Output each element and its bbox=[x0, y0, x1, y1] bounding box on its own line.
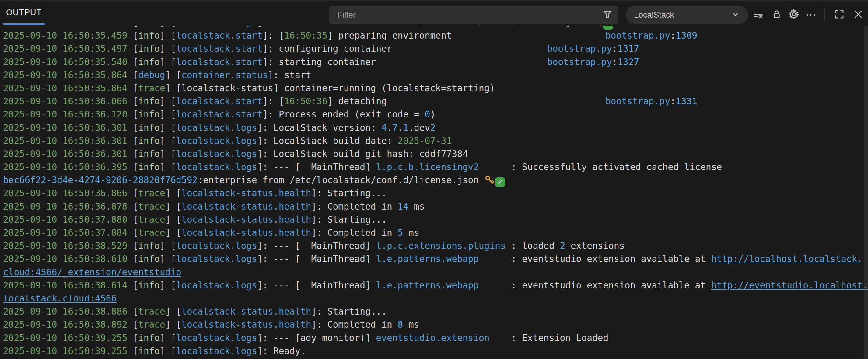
log-text: [ bbox=[127, 188, 138, 198]
log-text: ] [ bbox=[160, 57, 176, 67]
close-panel-button[interactable] bbox=[851, 8, 865, 22]
tab-output-label: OUTPUT bbox=[6, 8, 42, 17]
url-link[interactable]: http://localhost.localstack. bbox=[711, 254, 863, 264]
log-text: debug bbox=[138, 70, 165, 80]
log-text: ] [ bbox=[160, 30, 176, 41]
log-text: ]: starting container bbox=[262, 57, 376, 67]
url-link[interactable]: localstack.cloud:4566 bbox=[3, 293, 117, 304]
log-text: ] [ bbox=[165, 306, 181, 317]
log-text: [ bbox=[127, 83, 138, 93]
file-location-link[interactable]: bootstrap.py:1317 bbox=[547, 42, 639, 55]
log-line: 2025-09-10 16:50:38.614 [info] [localsta… bbox=[0, 279, 868, 292]
log-text: localstack-status.health bbox=[181, 215, 311, 225]
log-text: ]: Completed in bbox=[311, 228, 398, 238]
log-text: 14 bbox=[398, 201, 409, 212]
log-text: ]: Starting... bbox=[311, 306, 387, 317]
log-line: 2025-09-10 16:50:38.610 [info] [localsta… bbox=[0, 253, 868, 266]
log-text: 2025-09-10 16:50:34.112 bbox=[3, 26, 127, 28]
log-text: info bbox=[138, 149, 160, 159]
log-line: 2025-09-10 16:50:35.864 [trace] [localst… bbox=[0, 82, 868, 95]
log-text: info bbox=[138, 96, 160, 106]
log-text: extensions bbox=[565, 241, 624, 251]
log-text: localstack.logs bbox=[176, 149, 257, 159]
log-text: ] [ bbox=[160, 136, 176, 146]
output-filter[interactable] bbox=[329, 6, 618, 24]
tab-output[interactable]: OUTPUT bbox=[3, 2, 45, 25]
log-text: ]: --- [ MainThread] bbox=[257, 241, 376, 251]
log-line: 2025-09-10 16:50:36.301 [info] [localsta… bbox=[0, 121, 868, 134]
log-text: : bbox=[612, 43, 618, 54]
log-text: l.p.c.b.licensingv2 bbox=[376, 162, 479, 172]
log-text: info bbox=[138, 26, 160, 28]
log-text: bec66f22-3d4e-4274-9206-28820f76d592 bbox=[3, 175, 197, 185]
filter-input[interactable] bbox=[337, 10, 602, 20]
log-text: 2025-09-10 16:50:36.301 bbox=[3, 136, 127, 146]
vertical-scrollbar[interactable] bbox=[864, 26, 868, 359]
log-text: : Successfully activated cached license bbox=[479, 162, 722, 172]
log-text: ]: --- [ MainThread] bbox=[257, 254, 376, 264]
log-text: ] [ bbox=[160, 123, 176, 133]
log-text: localstack-status.health bbox=[181, 306, 311, 317]
log-text: localstack-status.health bbox=[181, 320, 311, 330]
url-link[interactable]: http://eventstudio.localhost. bbox=[711, 280, 868, 291]
log-text: [ bbox=[127, 280, 138, 291]
log-text: trace bbox=[138, 306, 165, 317]
clear-output-button[interactable] bbox=[751, 8, 766, 22]
log-text: ]: --- [ MainThread] bbox=[257, 280, 376, 291]
log-text: [ bbox=[127, 96, 138, 106]
log-line: 2025-09-10 16:50:37.884 [trace] [localst… bbox=[0, 226, 868, 239]
log-text: localstack.logs bbox=[176, 254, 257, 264]
log-text: l.e.patterns.webapp bbox=[376, 280, 479, 291]
log-text: [ bbox=[127, 215, 138, 225]
log-text: 2025-09-10 16:50:37.880 bbox=[3, 215, 127, 225]
log-line: 2025-09-10 16:50:38.886 [trace] [localst… bbox=[0, 305, 868, 318]
log-text: 2025-09-10 16:50:35.864 bbox=[3, 83, 127, 93]
log-text: ] [ bbox=[165, 70, 181, 80]
log-text: info bbox=[138, 30, 160, 41]
log-text: ]: LocalStack build date: bbox=[257, 136, 398, 146]
log-text: ] [ bbox=[160, 254, 176, 264]
log-text: info bbox=[138, 109, 160, 120]
log-text: .dev bbox=[408, 123, 430, 133]
log-text: 2025-09-10 16:50:38.610 bbox=[3, 254, 127, 264]
lock-scroll-button[interactable] bbox=[770, 8, 784, 22]
url-link[interactable]: cloud:4566/_extension/eventstudio bbox=[3, 267, 181, 278]
log-text: ] [ bbox=[160, 96, 176, 106]
file-location-link[interactable]: bootstrap.py:1309 bbox=[606, 29, 697, 42]
log-text: ] [ bbox=[160, 162, 176, 172]
log-text: [ bbox=[127, 333, 138, 343]
log-line: 2025-09-10 16:50:38.529 [info] [localsta… bbox=[0, 239, 868, 253]
log-text: ms bbox=[403, 228, 419, 238]
log-text: ] [ bbox=[165, 201, 181, 212]
log-text: info bbox=[138, 123, 160, 133]
log-line: bec66f22-3d4e-4274-9206-28820f76d592:ent… bbox=[0, 174, 868, 187]
log-text: localstack.start bbox=[176, 57, 262, 67]
log-text: bootstrap.py bbox=[547, 57, 612, 67]
gear-icon bbox=[788, 8, 800, 21]
log-text: ]: Starting... bbox=[311, 215, 387, 225]
log-text: info bbox=[138, 241, 160, 251]
log-line: 2025-09-10 16:50:35.459 [info] [localsta… bbox=[0, 29, 868, 42]
log-text: 1317 bbox=[618, 43, 639, 54]
log-text: 2025-09-10 16:50:36.066 bbox=[3, 96, 127, 106]
log-text: ] [ bbox=[160, 241, 176, 251]
more-actions-button[interactable]: ··· bbox=[804, 8, 818, 22]
file-location-link[interactable]: bootstrap.py:1331 bbox=[606, 95, 697, 108]
log-area: 2025-09-10 16:50:34.112 [info] [localsta… bbox=[0, 26, 868, 359]
maximize-panel-button[interactable] bbox=[832, 8, 846, 22]
log-text: ]: Completed in bbox=[311, 320, 398, 330]
log-text: ] [ bbox=[160, 149, 176, 159]
log-text: localstack.start bbox=[176, 43, 262, 54]
channel-select[interactable]: LocalStack bbox=[626, 6, 748, 24]
file-location-link[interactable]: bootstrap.py:1327 bbox=[547, 56, 639, 69]
settings-button[interactable] bbox=[787, 8, 801, 22]
log-text: [ bbox=[127, 123, 138, 133]
log-line: 2025-09-10 16:50:39.255 [info] [localsta… bbox=[0, 345, 868, 358]
log-text: 16:50:36 bbox=[284, 96, 328, 106]
log-text: info bbox=[138, 280, 160, 291]
header-divider bbox=[825, 9, 825, 21]
log-text: ] [ bbox=[165, 228, 181, 238]
filter-icon bbox=[602, 9, 613, 21]
log-text: 2025-09-10 16:50:35.540 bbox=[3, 57, 127, 67]
log-text: [ bbox=[127, 43, 138, 54]
